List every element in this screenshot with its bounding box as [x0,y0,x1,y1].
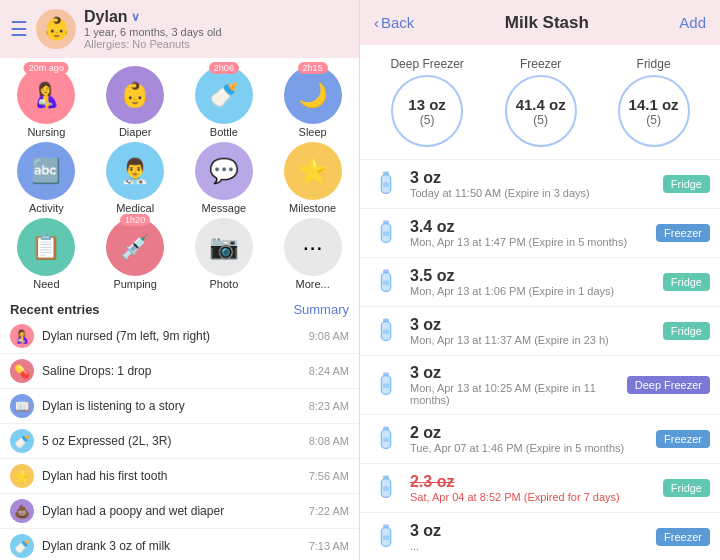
storage-circle[interactable]: 41.4 oz(5) [505,75,577,147]
bottle-label: Bottle [210,126,238,138]
icon-item-medical[interactable]: 👨‍⚕️Medical [93,142,178,214]
milk-storage-tag: Fridge [663,273,710,291]
milk-detail: Mon, Apr 13 at 11:37 AM (Expire in 23 h) [410,334,655,346]
page-title: Milk Stash [505,13,589,33]
medical-label: Medical [116,202,154,214]
entry-row[interactable]: 📖Dylan is listening to a story8:23 AM [0,389,359,424]
entry-text: Dylan is listening to a story [42,399,301,413]
svg-rect-8 [383,280,389,285]
icon-item-need[interactable]: 📋Need [4,218,89,290]
icon-item-nursing[interactable]: 20m ago🤱Nursing [4,66,89,138]
pumping-label: Pumping [113,278,156,290]
milk-row[interactable]: 3.5 ozMon, Apr 13 at 1:06 PM (Expire in … [360,258,720,307]
milk-amount: 2 oz [410,424,648,442]
icon-item-pumping[interactable]: 1h20💉Pumping [93,218,178,290]
milk-detail: Sat, Apr 04 at 8:52 PM (Expired for 7 da… [410,491,655,503]
milk-stash-header: ‹ Back Milk Stash Add [360,0,720,45]
message-emoji: 💬 [209,157,239,185]
milk-detail: Mon, Apr 13 at 1:06 PM (Expire in 1 days… [410,285,655,297]
milk-amount: 2.3 oz [410,473,655,491]
menu-icon[interactable]: ☰ [10,17,28,41]
entry-time: 8:08 AM [309,435,349,447]
entry-row[interactable]: 🤱Dylan nursed (7m left, 9m right)9:08 AM [0,319,359,354]
icon-item-message[interactable]: 💬Message [182,142,267,214]
milk-info: 3 ozMon, Apr 13 at 10:25 AM (Expire in 1… [410,364,619,406]
entry-row[interactable]: 💊Saline Drops: 1 drop8:24 AM [0,354,359,389]
icon-item-bottle[interactable]: 2h06🍼Bottle [182,66,267,138]
profile-name[interactable]: Dylan ∨ [84,8,349,26]
milk-amount: 3 oz [410,169,655,187]
storage-count: (5) [420,113,435,127]
entry-time: 8:24 AM [309,365,349,377]
entry-icon: 🤱 [10,324,34,348]
milk-amount: 3 oz [410,316,655,334]
bottle-emoji: 🍼 [209,81,239,109]
storage-label: Fridge [637,57,671,71]
recent-entries-label: Recent entries [10,302,100,317]
milk-info: 3.5 ozMon, Apr 13 at 1:06 PM (Expire in … [410,267,655,297]
milk-row[interactable]: 3 oz...Freezer [360,513,720,560]
nursing-circle: 20m ago🤱 [17,66,75,124]
entry-row[interactable]: ⭐Dylan had his first tooth7:56 AM [0,459,359,494]
sleep-emoji: 🌙 [298,81,328,109]
entry-time: 9:08 AM [309,330,349,342]
entry-text: Dylan had a poopy and wet diaper [42,504,301,518]
photo-label: Photo [210,278,239,290]
milk-info: 3.4 ozMon, Apr 13 at 1:47 PM (Expire in … [410,218,648,248]
icon-item-diaper[interactable]: 👶Diaper [93,66,178,138]
nursing-label: Nursing [27,126,65,138]
storage-amount: 13 oz [408,96,446,113]
milk-list: 3 ozToday at 11:50 AM (Expire in 3 days)… [360,160,720,560]
message-circle: 💬 [195,142,253,200]
pumping-badge: 1h20 [120,214,150,226]
icon-item-sleep[interactable]: 2h15🌙Sleep [270,66,355,138]
milk-row[interactable]: 2 ozTue, Apr 07 at 1:46 PM (Expire in 5 … [360,415,720,464]
entry-icon: 💊 [10,359,34,383]
chevron-down-icon: ∨ [131,10,140,24]
entry-row[interactable]: 💩Dylan had a poopy and wet diaper7:22 AM [0,494,359,529]
milk-row[interactable]: 3 ozToday at 11:50 AM (Expire in 3 days)… [360,160,720,209]
milk-info: 2 ozTue, Apr 07 at 1:46 PM (Expire in 5 … [410,424,648,454]
icon-item-milestone[interactable]: ⭐Milestone [270,142,355,214]
icon-item-activity[interactable]: 🔤Activity [4,142,89,214]
pumping-circle: 1h20💉 [106,218,164,276]
milk-bottle-icon [370,369,402,401]
svg-rect-11 [383,329,389,334]
entries-list: 🤱Dylan nursed (7m left, 9m right)9:08 AM… [0,319,359,560]
diaper-label: Diaper [119,126,151,138]
milk-storage-tag: Fridge [663,175,710,193]
profile-header: ☰ 👶 Dylan ∨ 1 year, 6 months, 3 days old… [0,0,359,58]
storage-circle[interactable]: 14.1 oz(5) [618,75,690,147]
milk-row[interactable]: 3.4 ozMon, Apr 13 at 1:47 PM (Expire in … [360,209,720,258]
milk-bottle-icon [370,168,402,200]
entry-row[interactable]: 🍼5 oz Expressed (2L, 3R)8:08 AM [0,424,359,459]
storage-summary: Deep Freezer13 oz(5)Freezer41.4 oz(5)Fri… [360,45,720,160]
back-button[interactable]: ‹ Back [374,14,414,31]
milk-info: 3 ozToday at 11:50 AM (Expire in 3 days) [410,169,655,199]
diaper-emoji: 👶 [120,81,150,109]
svg-rect-17 [383,437,389,442]
milk-row[interactable]: 3 ozMon, Apr 13 at 10:25 AM (Expire in 1… [360,356,720,415]
sleep-circle: 2h15🌙 [284,66,342,124]
activity-emoji: 🔤 [31,157,61,185]
svg-rect-20 [383,486,389,491]
milk-amount: 3.5 oz [410,267,655,285]
milk-row[interactable]: 2.3 ozSat, Apr 04 at 8:52 PM (Expired fo… [360,464,720,513]
entry-row[interactable]: 🍼Dylan drank 3 oz of milk7:13 AM [0,529,359,560]
icon-item-more[interactable]: ···More... [270,218,355,290]
milk-row[interactable]: 3 ozMon, Apr 13 at 11:37 AM (Expire in 2… [360,307,720,356]
right-panel: ‹ Back Milk Stash Add Deep Freezer13 oz(… [360,0,720,560]
entry-icon: 📖 [10,394,34,418]
icon-item-photo[interactable]: 📷Photo [182,218,267,290]
entry-text: Saline Drops: 1 drop [42,364,301,378]
storage-item-freezer: Freezer41.4 oz(5) [505,57,577,147]
milestone-circle: ⭐ [284,142,342,200]
entry-text: 5 oz Expressed (2L, 3R) [42,434,301,448]
svg-rect-2 [383,182,389,187]
photo-emoji: 📷 [209,233,239,261]
summary-link[interactable]: Summary [293,302,349,317]
storage-circle[interactable]: 13 oz(5) [391,75,463,147]
profile-age: 1 year, 6 months, 3 days old [84,26,349,38]
milk-bottle-icon [370,266,402,298]
add-button[interactable]: Add [679,14,706,31]
